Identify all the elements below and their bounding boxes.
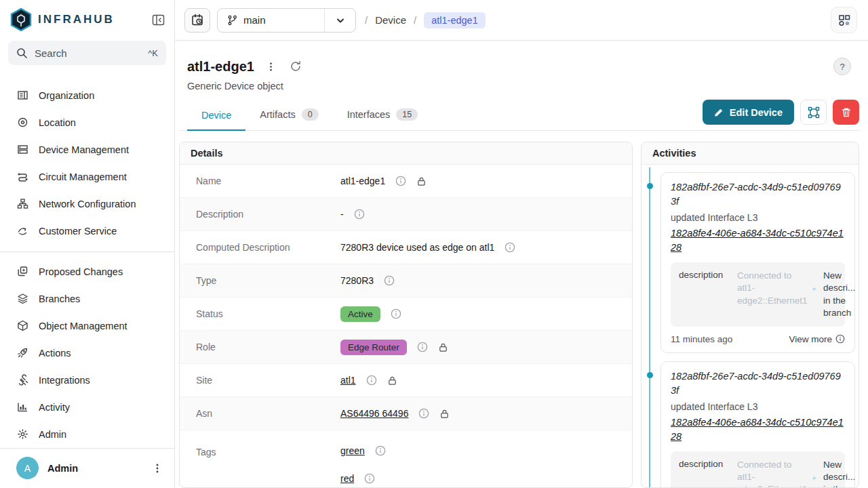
page-main: atl1-edge1 ? Generic Device object Devic…: [175, 41, 868, 488]
search-icon: [16, 47, 28, 59]
diff-field: description: [679, 270, 730, 280]
sidebar-item-label: Branches: [39, 293, 80, 304]
manage-groups-button[interactable]: [800, 100, 827, 125]
sidebar-item-location[interactable]: Location: [0, 109, 174, 136]
breadcrumb-device[interactable]: Device: [375, 14, 406, 26]
tab-device[interactable]: Device: [187, 102, 245, 131]
detail-label: Role: [196, 342, 340, 352]
detail-row-description: Description -: [180, 198, 632, 231]
detail-row-type: Type 7280R3: [180, 264, 632, 298]
view-more-link[interactable]: View more: [789, 334, 845, 344]
details-panel: Details Name atl1-edge1 Description: [179, 142, 633, 488]
lock-icon: [387, 375, 397, 386]
search-input[interactable]: Search ^K: [8, 41, 166, 64]
sidebar-item-proposed-changes[interactable]: Proposed Changes: [0, 258, 174, 285]
help-button[interactable]: ?: [833, 58, 851, 75]
sidebar-item-label: Integrations: [39, 375, 90, 386]
layers-icon: [17, 293, 28, 304]
object-menu-kebab-icon[interactable]: [266, 62, 276, 72]
sidebar-collapse-icon[interactable]: [152, 14, 165, 26]
sidebar-item-device-management[interactable]: Device Management: [0, 136, 174, 163]
target-icon: [17, 117, 28, 128]
detail-row-tags: Tags green red: [180, 430, 632, 488]
hierarchy-icon: [17, 198, 28, 209]
sidebar: INFRAHUB Search ^K Organization Location: [0, 0, 175, 488]
branch-selector[interactable]: main: [217, 8, 356, 33]
user-menu-kebab-icon[interactable]: [152, 463, 163, 474]
sidebar-item-branches[interactable]: Branches: [0, 285, 174, 312]
sidebar-item-integrations[interactable]: Integrations: [0, 367, 174, 394]
copy-pages-icon: [17, 266, 28, 277]
breadcrumb-separator: /: [365, 14, 368, 26]
info-icon[interactable]: [354, 209, 365, 220]
app-root: INFRAHUB Search ^K Organization Location: [0, 0, 868, 488]
info-icon[interactable]: [505, 242, 515, 253]
detail-label: Name: [196, 176, 340, 186]
trash-icon: [841, 107, 852, 118]
sidebar-item-object-management[interactable]: Object Management: [0, 312, 174, 340]
breadcrumb-current[interactable]: atl1-edge1: [424, 12, 486, 28]
activity-id: 182a8fbf-26e7-acdc-34d9-c51ed097693f: [671, 180, 845, 209]
time-travel-button[interactable]: [184, 8, 210, 33]
user-row[interactable]: A Admin: [0, 448, 174, 488]
site-link[interactable]: atl1: [340, 375, 356, 386]
details-panel-title: Details: [180, 142, 632, 165]
sidebar-item-admin[interactable]: Admin: [0, 421, 174, 448]
page-title: atl1-edge1: [187, 59, 254, 75]
activity-target-link[interactable]: 182a8fe4-406e-a684-34dc-c510c974e128: [671, 226, 845, 255]
sidebar-item-circuit-management[interactable]: Circuit Management: [0, 163, 174, 190]
info-icon: [835, 334, 845, 344]
detail-label: Asn: [196, 408, 340, 419]
edit-device-button[interactable]: Edit Device: [703, 100, 794, 125]
sidebar-item-network-configuration[interactable]: Network Configuration: [0, 190, 174, 218]
cube-icon: [17, 320, 28, 331]
info-icon[interactable]: [375, 445, 386, 456]
branch-selector-caret[interactable]: [324, 9, 355, 32]
info-icon[interactable]: [391, 308, 401, 319]
detail-value-text: -: [340, 209, 344, 220]
details-rows: Name atl1-edge1 Description -: [180, 165, 632, 488]
tag-link[interactable]: red: [340, 473, 354, 484]
activity-diff: description Connected to atl1-edge2::Eth…: [671, 451, 845, 488]
breadcrumb-separator: /: [414, 14, 416, 26]
timeline-dot: [647, 183, 653, 189]
detail-row-asn: Asn AS64496 64496: [180, 397, 632, 430]
edit-device-label: Edit Device: [730, 107, 783, 118]
activity-card: 182a8fbf-26e7-acdc-34d9-c51ed097693f upd…: [660, 172, 855, 353]
tag-link[interactable]: green: [340, 445, 365, 456]
group-select-icon: [808, 106, 820, 119]
rocket-icon: [17, 347, 28, 359]
tab-label: Interfaces: [347, 109, 391, 120]
info-icon[interactable]: [395, 176, 406, 186]
detail-row-role: Role Edge Router: [180, 331, 632, 364]
branch-selector-value: main: [218, 9, 324, 32]
info-icon[interactable]: [418, 408, 429, 419]
refresh-icon[interactable]: [290, 60, 302, 73]
sidebar-item-activity[interactable]: Activity: [0, 394, 174, 421]
diff-field: description: [679, 459, 730, 469]
schema-button[interactable]: [831, 7, 857, 33]
info-icon[interactable]: [366, 375, 377, 386]
sidebar-item-actions[interactable]: Actions: [0, 340, 174, 367]
plug-icon: [17, 374, 28, 386]
activity-card: 182a8fbf-26e7-acdc-34d9-c51ed097693f upd…: [660, 361, 855, 488]
tab-badge: 0: [302, 108, 319, 121]
logo-text: INFRAHUB: [38, 13, 115, 26]
user-name: Admin: [47, 463, 78, 474]
info-icon[interactable]: [384, 275, 395, 286]
detail-value-text: 7280R3 device used as edge on atl1: [340, 242, 494, 253]
sidebar-item-label: Proposed Changes: [39, 266, 123, 277]
info-icon[interactable]: [364, 473, 375, 484]
detail-value-text: atl1-edge1: [340, 176, 385, 186]
info-icon[interactable]: [417, 342, 428, 352]
infrahub-logo-icon: [10, 8, 32, 31]
server-icon: [17, 144, 28, 155]
tab-artifacts[interactable]: Artifacts 0: [245, 100, 332, 131]
asn-link[interactable]: AS64496 64496: [340, 408, 408, 419]
sidebar-item-customer-service[interactable]: Customer Service: [0, 218, 174, 245]
activity-target-link[interactable]: 182a8fe4-406e-a684-34dc-c510c974e128: [671, 415, 845, 444]
delete-device-button[interactable]: [833, 100, 859, 125]
tab-interfaces[interactable]: Interfaces 15: [333, 100, 433, 131]
sidebar-item-label: Actions: [39, 348, 71, 359]
sidebar-item-organization[interactable]: Organization: [0, 82, 174, 109]
